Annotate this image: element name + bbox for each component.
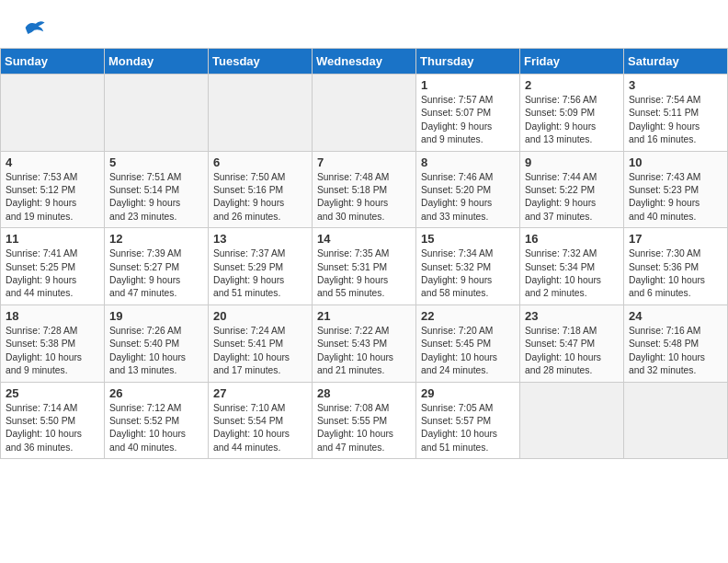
day-number: 10 [629,155,722,169]
calendar-cell: 27Sunrise: 7:10 AM Sunset: 5:54 PM Dayli… [209,382,313,459]
calendar-week-row: 25Sunrise: 7:14 AM Sunset: 5:50 PM Dayli… [1,382,728,459]
day-info: Sunrise: 7:16 AM Sunset: 5:48 PM Dayligh… [629,325,722,378]
calendar-cell: 5Sunrise: 7:51 AM Sunset: 5:14 PM Daylig… [105,151,209,228]
day-info: Sunrise: 7:57 AM Sunset: 5:07 PM Dayligh… [421,94,515,147]
day-info: Sunrise: 7:48 AM Sunset: 5:18 PM Dayligh… [317,171,411,224]
day-info: Sunrise: 7:41 AM Sunset: 5:25 PM Dayligh… [6,247,99,301]
day-number: 1 [421,78,515,92]
day-number: 13 [213,232,307,246]
day-number: 12 [109,232,203,246]
calendar-cell [313,75,416,152]
col-header-sunday: Sunday [1,49,105,75]
day-number: 18 [6,309,99,323]
day-info: Sunrise: 7:53 AM Sunset: 5:12 PM Dayligh… [6,171,99,224]
col-header-monday: Monday [105,49,209,75]
day-number: 5 [109,155,203,169]
calendar-cell: 26Sunrise: 7:12 AM Sunset: 5:52 PM Dayli… [105,382,209,459]
day-info: Sunrise: 7:12 AM Sunset: 5:52 PM Dayligh… [109,402,203,455]
day-number: 20 [213,309,307,323]
day-info: Sunrise: 7:05 AM Sunset: 5:57 PM Dayligh… [421,402,515,455]
day-number: 17 [629,232,722,246]
day-info: Sunrise: 7:50 AM Sunset: 5:16 PM Dayligh… [213,171,307,224]
day-number: 9 [525,155,619,169]
day-info: Sunrise: 7:44 AM Sunset: 5:22 PM Dayligh… [525,171,619,224]
col-header-tuesday: Tuesday [209,49,313,75]
calendar-cell [1,75,105,152]
day-info: Sunrise: 7:08 AM Sunset: 5:55 PM Dayligh… [317,402,411,455]
day-info: Sunrise: 7:32 AM Sunset: 5:34 PM Dayligh… [525,247,619,301]
day-number: 2 [525,78,619,92]
day-info: Sunrise: 7:37 AM Sunset: 5:29 PM Dayligh… [213,247,307,301]
calendar-cell: 21Sunrise: 7:22 AM Sunset: 5:43 PM Dayli… [313,304,416,382]
calendar-cell: 23Sunrise: 7:18 AM Sunset: 5:47 PM Dayli… [520,304,624,382]
day-info: Sunrise: 7:35 AM Sunset: 5:31 PM Dayligh… [317,247,411,301]
day-number: 22 [421,309,515,323]
day-number: 23 [525,309,619,323]
day-number: 4 [6,155,99,169]
day-info: Sunrise: 7:39 AM Sunset: 5:27 PM Dayligh… [109,247,203,301]
day-number: 28 [317,386,411,400]
calendar-cell: 11Sunrise: 7:41 AM Sunset: 5:25 PM Dayli… [1,228,105,305]
day-number: 27 [213,386,307,400]
day-info: Sunrise: 7:28 AM Sunset: 5:38 PM Dayligh… [6,325,99,378]
day-info: Sunrise: 7:51 AM Sunset: 5:14 PM Dayligh… [109,171,203,224]
calendar-cell: 6Sunrise: 7:50 AM Sunset: 5:16 PM Daylig… [209,151,313,228]
day-number: 11 [6,232,99,246]
day-info: Sunrise: 7:18 AM Sunset: 5:47 PM Dayligh… [525,325,619,378]
calendar-cell: 25Sunrise: 7:14 AM Sunset: 5:50 PM Dayli… [1,382,105,459]
calendar-cell [520,382,624,459]
calendar-cell [105,75,209,152]
day-info: Sunrise: 7:34 AM Sunset: 5:32 PM Dayligh… [421,247,515,301]
calendar-cell: 19Sunrise: 7:26 AM Sunset: 5:40 PM Dayli… [105,304,209,382]
day-number: 16 [525,232,619,246]
calendar-cell: 1Sunrise: 7:57 AM Sunset: 5:07 PM Daylig… [416,75,520,152]
day-info: Sunrise: 7:46 AM Sunset: 5:20 PM Dayligh… [421,171,515,224]
day-info: Sunrise: 7:56 AM Sunset: 5:09 PM Dayligh… [525,94,619,147]
calendar-table: SundayMondayTuesdayWednesdayThursdayFrid… [0,48,728,459]
calendar-cell: 8Sunrise: 7:46 AM Sunset: 5:20 PM Daylig… [416,151,520,228]
calendar-cell: 20Sunrise: 7:24 AM Sunset: 5:41 PM Dayli… [209,304,313,382]
calendar-cell: 12Sunrise: 7:39 AM Sunset: 5:27 PM Dayli… [105,228,209,305]
day-number: 29 [421,386,515,400]
day-number: 19 [109,309,203,323]
col-header-thursday: Thursday [416,49,520,75]
logo [18,15,46,44]
day-number: 26 [109,386,203,400]
calendar-cell: 15Sunrise: 7:34 AM Sunset: 5:32 PM Dayli… [416,228,520,305]
day-number: 7 [317,155,411,169]
calendar-cell: 9Sunrise: 7:44 AM Sunset: 5:22 PM Daylig… [520,151,624,228]
calendar-header-row: SundayMondayTuesdayWednesdayThursdayFrid… [1,49,728,75]
calendar-cell: 7Sunrise: 7:48 AM Sunset: 5:18 PM Daylig… [313,151,416,228]
calendar-week-row: 4Sunrise: 7:53 AM Sunset: 5:12 PM Daylig… [1,151,728,228]
day-number: 24 [629,309,722,323]
col-header-friday: Friday [520,49,624,75]
calendar-cell: 10Sunrise: 7:43 AM Sunset: 5:23 PM Dayli… [624,151,728,228]
day-info: Sunrise: 7:10 AM Sunset: 5:54 PM Dayligh… [213,402,307,455]
calendar-week-row: 1Sunrise: 7:57 AM Sunset: 5:07 PM Daylig… [1,75,728,152]
calendar-cell [209,75,313,152]
calendar-cell: 2Sunrise: 7:56 AM Sunset: 5:09 PM Daylig… [520,75,624,152]
day-number: 25 [6,386,99,400]
day-number: 8 [421,155,515,169]
day-number: 6 [213,155,307,169]
page-header [0,0,728,48]
day-number: 3 [629,78,722,92]
day-info: Sunrise: 7:24 AM Sunset: 5:41 PM Dayligh… [213,325,307,378]
calendar-cell [624,382,728,459]
day-info: Sunrise: 7:22 AM Sunset: 5:43 PM Dayligh… [317,325,411,378]
day-info: Sunrise: 7:43 AM Sunset: 5:23 PM Dayligh… [629,171,722,224]
calendar-cell: 16Sunrise: 7:32 AM Sunset: 5:34 PM Dayli… [520,228,624,305]
day-info: Sunrise: 7:30 AM Sunset: 5:36 PM Dayligh… [629,247,722,301]
calendar-cell: 24Sunrise: 7:16 AM Sunset: 5:48 PM Dayli… [624,304,728,382]
calendar-cell: 28Sunrise: 7:08 AM Sunset: 5:55 PM Dayli… [313,382,416,459]
day-info: Sunrise: 7:26 AM Sunset: 5:40 PM Dayligh… [109,325,203,378]
calendar-cell: 14Sunrise: 7:35 AM Sunset: 5:31 PM Dayli… [313,228,416,305]
day-number: 15 [421,232,515,246]
calendar-cell: 13Sunrise: 7:37 AM Sunset: 5:29 PM Dayli… [209,228,313,305]
day-number: 21 [317,309,411,323]
calendar-cell: 4Sunrise: 7:53 AM Sunset: 5:12 PM Daylig… [1,151,105,228]
calendar-cell: 22Sunrise: 7:20 AM Sunset: 5:45 PM Dayli… [416,304,520,382]
calendar-week-row: 18Sunrise: 7:28 AM Sunset: 5:38 PM Dayli… [1,304,728,382]
day-info: Sunrise: 7:20 AM Sunset: 5:45 PM Dayligh… [421,325,515,378]
day-info: Sunrise: 7:14 AM Sunset: 5:50 PM Dayligh… [6,402,99,455]
